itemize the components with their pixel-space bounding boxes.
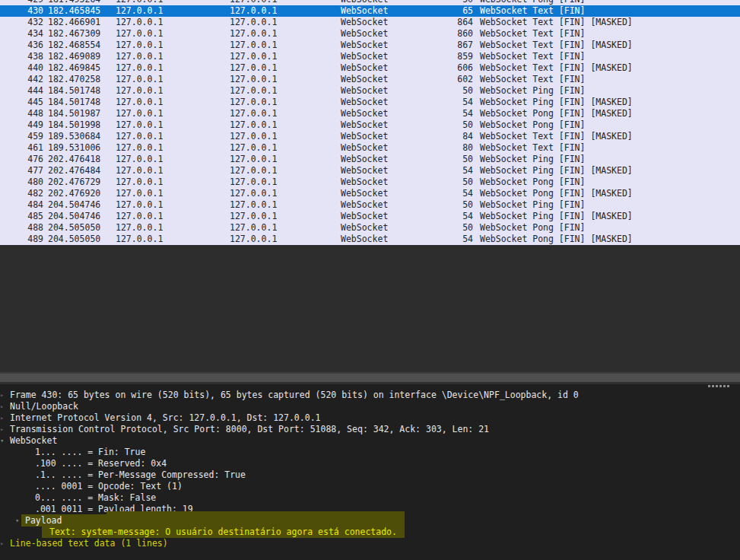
cell-dst: 127.0.0.1 xyxy=(230,119,277,131)
detail-row-ws-opcode[interactable]: .... 0001 = Opcode: Text (1) xyxy=(0,481,740,492)
packet-row-480[interactable]: 480202.476729127.0.0.1127.0.0.1WebSocket… xyxy=(0,177,740,188)
cell-len: 606 xyxy=(411,62,473,74)
detail-row-ws-payload-text[interactable]: Text: system-message: O usuário destinat… xyxy=(0,527,740,538)
cell-proto: WebSocket xyxy=(341,234,388,245)
packet-row-438[interactable]: 438182.469089127.0.0.1127.0.0.1WebSocket… xyxy=(0,51,740,62)
cell-dst: 127.0.0.1 xyxy=(230,199,277,211)
packet-list-pane[interactable]: 429181.495264127.0.0.1127.0.0.1WebSocket… xyxy=(0,0,740,245)
chevron-right-icon[interactable]: ▸ xyxy=(0,390,4,401)
packet-row-436[interactable]: 436182.468554127.0.0.1127.0.0.1WebSocket… xyxy=(0,40,740,51)
cell-proto: WebSocket xyxy=(341,0,388,5)
detail-row-tcp[interactable]: ▸Transmission Control Protocol, Src Port… xyxy=(0,424,740,435)
cell-len: 65 xyxy=(411,5,473,17)
cell-no: 482 xyxy=(0,188,43,199)
cell-time: 182.468554 xyxy=(48,40,100,51)
cell-src: 127.0.0.1 xyxy=(116,40,163,51)
packet-row-461[interactable]: 461189.531006127.0.0.1127.0.0.1WebSocket… xyxy=(0,142,740,154)
cell-src: 127.0.0.1 xyxy=(116,85,163,97)
cell-len: 860 xyxy=(411,28,473,40)
packet-row-440[interactable]: 440182.469845127.0.0.1127.0.0.1WebSocket… xyxy=(0,62,740,74)
cell-len: 864 xyxy=(411,17,473,28)
cell-len: 50 xyxy=(411,85,473,97)
packet-details-pane[interactable]: ▸Frame 430: 65 bytes on wire (520 bits),… xyxy=(0,384,740,560)
detail-row-null-loopback[interactable]: ▸Null/Loopback xyxy=(0,401,740,412)
packet-row-434[interactable]: 434182.467309127.0.0.1127.0.0.1WebSocket… xyxy=(0,28,740,40)
cell-proto: WebSocket xyxy=(341,142,388,154)
chevron-down-icon[interactable]: ▾ xyxy=(0,435,4,447)
packet-row-489[interactable]: 489204.505050127.0.0.1127.0.0.1WebSocket… xyxy=(0,234,740,245)
detail-text: Text: system-message: O usuário destinat… xyxy=(49,527,397,538)
detail-row-ws-compressed[interactable]: .1.. .... = Per-Message Compressed: True xyxy=(0,469,740,481)
cell-proto: WebSocket xyxy=(341,51,388,62)
cell-len: 80 xyxy=(411,142,473,154)
cell-info: WebSocket Pong [FIN] [MASKED] xyxy=(480,108,633,119)
cell-dst: 127.0.0.1 xyxy=(230,165,277,177)
cell-time: 182.469845 xyxy=(48,62,100,74)
cell-proto: WebSocket xyxy=(341,188,388,199)
packet-row-432[interactable]: 432182.466901127.0.0.1127.0.0.1WebSocket… xyxy=(0,17,740,28)
cell-proto: WebSocket xyxy=(341,177,388,188)
detail-row-websocket[interactable]: ▾WebSocket xyxy=(0,435,740,447)
chevron-right-icon[interactable]: ▸ xyxy=(0,412,4,424)
detail-row-ws-reserved[interactable]: .100 .... = Reserved: 0x4 xyxy=(0,458,740,469)
detail-text: .... 0001 = Opcode: Text (1) xyxy=(35,481,183,492)
packet-row-444[interactable]: 444184.501748127.0.0.1127.0.0.1WebSocket… xyxy=(0,85,740,97)
detail-row-frame[interactable]: ▸Frame 430: 65 bytes on wire (520 bits),… xyxy=(0,390,740,401)
cell-time: 204.504746 xyxy=(48,199,100,211)
cell-time: 189.530684 xyxy=(48,131,100,142)
packet-row-445[interactable]: 445184.501748127.0.0.1127.0.0.1WebSocket… xyxy=(0,97,740,108)
cell-src: 127.0.0.1 xyxy=(116,5,163,17)
scrollbar-grip-icon[interactable] xyxy=(708,385,729,387)
packet-row-484[interactable]: 484204.504746127.0.0.1127.0.0.1WebSocket… xyxy=(0,199,740,211)
detail-row-ws-mask[interactable]: 0... .... = Mask: False xyxy=(0,492,740,504)
packet-row-449[interactable]: 449184.501998127.0.0.1127.0.0.1WebSocket… xyxy=(0,119,740,131)
packet-row-485[interactable]: 485204.504746127.0.0.1127.0.0.1WebSocket… xyxy=(0,211,740,222)
packet-row-448[interactable]: 448184.501987127.0.0.1127.0.0.1WebSocket… xyxy=(0,108,740,119)
detail-row-line-based-data[interactable]: ▸Line-based text data (1 lines) xyxy=(0,538,740,549)
cell-dst: 127.0.0.1 xyxy=(230,5,277,17)
pane-splitter[interactable] xyxy=(0,372,740,384)
cell-dst: 127.0.0.1 xyxy=(230,97,277,108)
detail-row-ipv4[interactable]: ▸Internet Protocol Version 4, Src: 127.0… xyxy=(0,412,740,424)
chevron-right-icon[interactable]: ▸ xyxy=(0,538,4,549)
cell-no: 436 xyxy=(0,40,43,51)
cell-info: WebSocket Ping [FIN] xyxy=(480,199,585,211)
cell-src: 127.0.0.1 xyxy=(116,234,163,245)
packet-row-430[interactable]: 430182.465845127.0.0.1127.0.0.1WebSocket… xyxy=(0,5,740,17)
packet-row-442[interactable]: 442182.470258127.0.0.1127.0.0.1WebSocket… xyxy=(0,74,740,85)
cell-src: 127.0.0.1 xyxy=(116,74,163,85)
packet-row-488[interactable]: 488204.505050127.0.0.1127.0.0.1WebSocket… xyxy=(0,222,740,234)
cell-proto: WebSocket xyxy=(341,97,388,108)
packet-row-482[interactable]: 482202.476920127.0.0.1127.0.0.1WebSocket… xyxy=(0,188,740,199)
cell-no: 477 xyxy=(0,165,43,177)
cell-src: 127.0.0.1 xyxy=(116,165,163,177)
detail-row-ws-fin[interactable]: 1... .... = Fin: True xyxy=(0,447,740,458)
chevron-right-icon[interactable]: ▸ xyxy=(0,424,4,435)
cell-info: WebSocket Text [FIN] xyxy=(480,74,585,85)
cell-len: 602 xyxy=(411,74,473,85)
cell-proto: WebSocket xyxy=(341,108,388,119)
chevron-down-icon[interactable]: ▾ xyxy=(15,515,19,527)
cell-info: WebSocket Pong [FIN] [MASKED] xyxy=(480,188,633,199)
cell-time: 182.466901 xyxy=(48,17,100,28)
packet-row-477[interactable]: 477202.476484127.0.0.1127.0.0.1WebSocket… xyxy=(0,165,740,177)
cell-proto: WebSocket xyxy=(341,222,388,234)
packet-row-459[interactable]: 459189.530684127.0.0.1127.0.0.1WebSocket… xyxy=(0,131,740,142)
cell-proto: WebSocket xyxy=(341,119,388,131)
detail-text: Line-based text data (1 lines) xyxy=(10,538,168,549)
cell-dst: 127.0.0.1 xyxy=(230,74,277,85)
cell-len: 50 xyxy=(411,177,473,188)
cell-time: 204.504746 xyxy=(48,211,100,222)
cell-time: 189.531006 xyxy=(48,142,100,154)
packet-row-429[interactable]: 429181.495264127.0.0.1127.0.0.1WebSocket… xyxy=(0,0,740,5)
cell-proto: WebSocket xyxy=(341,131,388,142)
cell-info: WebSocket Pong [FIN] xyxy=(480,222,585,234)
cell-proto: WebSocket xyxy=(341,211,388,222)
cell-len: 50 xyxy=(411,199,473,211)
cell-no: 461 xyxy=(0,142,43,154)
packet-row-476[interactable]: 476202.476418127.0.0.1127.0.0.1WebSocket… xyxy=(0,154,740,165)
cell-len: 50 xyxy=(411,222,473,234)
chevron-right-icon[interactable]: ▸ xyxy=(0,401,4,412)
detail-row-ws-payload[interactable]: ▾Payload xyxy=(0,515,740,527)
cell-src: 127.0.0.1 xyxy=(116,119,163,131)
